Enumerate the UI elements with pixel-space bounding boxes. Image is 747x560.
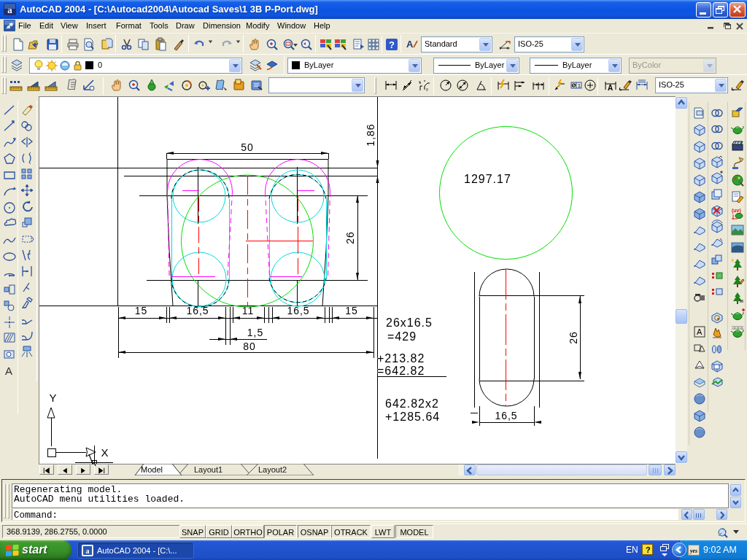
svg-text:Y: Y — [49, 392, 57, 404]
svg-text:A: A — [608, 84, 613, 92]
svg-text:642.82x2: 642.82x2 — [385, 397, 439, 410]
svg-text:A: A — [5, 365, 12, 377]
svg-text:80: 80 — [243, 341, 256, 352]
svg-text:A: A — [697, 327, 703, 336]
svg-text:Layout2: Layout2 — [258, 465, 287, 474]
svg-text:16,5: 16,5 — [495, 410, 517, 421]
svg-text:15: 15 — [345, 305, 358, 316]
svg-text:26: 26 — [568, 331, 579, 344]
svg-text:a: a — [86, 547, 90, 555]
svg-text:Layout1: Layout1 — [194, 465, 222, 474]
svg-text:(uv): (uv) — [732, 208, 741, 214]
svg-text:=642.82: =642.82 — [377, 365, 425, 377]
svg-text:+1285.64: +1285.64 — [385, 411, 440, 423]
svg-text:1: 1 — [578, 83, 581, 88]
svg-text:1,5: 1,5 — [247, 327, 263, 338]
svg-text:15: 15 — [135, 305, 148, 316]
svg-text:1297.17: 1297.17 — [464, 173, 511, 185]
svg-text:x: x — [419, 79, 421, 84]
svg-text:?: ? — [389, 39, 395, 50]
svg-text:1,86: 1,86 — [365, 123, 376, 146]
svg-text:+213.82: +213.82 — [377, 352, 425, 365]
svg-text:X: X — [101, 446, 109, 459]
svg-text:26x16.5: 26x16.5 — [386, 316, 433, 329]
svg-text:a: a — [7, 4, 12, 15]
svg-text:=429: =429 — [387, 330, 417, 343]
svg-text:y: y — [426, 87, 428, 91]
svg-text:50: 50 — [241, 141, 254, 153]
svg-text:26: 26 — [344, 231, 356, 244]
svg-text:A: A — [406, 39, 414, 50]
svg-text:yes: yes — [689, 548, 697, 554]
svg-text:Model: Model — [141, 465, 163, 474]
